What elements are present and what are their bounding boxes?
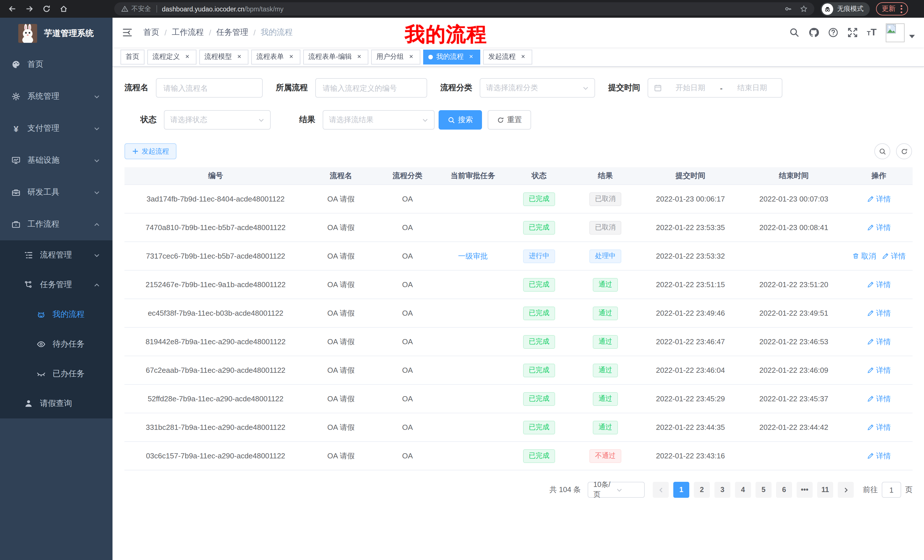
refresh-table-button[interactable] (896, 143, 912, 159)
reset-button[interactable]: 重置 (488, 110, 531, 130)
submit-time-range-picker[interactable]: 开始日期 - 结束日期 (648, 78, 782, 97)
process-definition-input[interactable] (315, 78, 427, 97)
detail-link[interactable]: 详情 (867, 279, 891, 290)
more-pages-button[interactable]: ••• (796, 482, 813, 498)
close-icon[interactable]: × (407, 53, 415, 61)
incognito-badge: 无痕模式 (820, 2, 870, 16)
sidebar-item-devtools[interactable]: 研发工具 (0, 177, 112, 208)
close-icon[interactable]: × (519, 53, 527, 61)
flow-nodes-icon (24, 280, 33, 289)
sidebar-item-infrastructure[interactable]: 基础设施 (0, 144, 112, 177)
tab-process-form-edit[interactable]: 流程表单-编辑× (303, 49, 368, 64)
current-task-link[interactable]: 一级审批 (458, 251, 488, 261)
tab-my-process[interactable]: 我的流程× (423, 49, 480, 64)
status-badge: 已完成 (523, 421, 555, 434)
forward-button[interactable] (22, 1, 36, 16)
back-button[interactable] (4, 1, 20, 16)
update-label: 更新 (882, 4, 896, 14)
detail-link[interactable]: 详情 (867, 451, 891, 461)
start-process-button[interactable]: 发起流程 (124, 143, 177, 159)
result-badge: 不通过 (590, 449, 621, 463)
sidebar-item-task-mgmt[interactable]: 任务管理 (0, 270, 112, 300)
detail-link[interactable]: 详情 (867, 222, 891, 233)
tab-process-definition[interactable]: 流程定义× (147, 49, 196, 64)
breadcrumb-task-mgmt[interactable]: 任务管理 (216, 27, 248, 38)
password-key-icon[interactable] (784, 5, 792, 13)
page-button-1[interactable]: 1 (673, 482, 689, 498)
sidebar-item-leave-query[interactable]: 请假查询 (0, 389, 112, 418)
avatar[interactable] (886, 23, 904, 42)
cancel-link[interactable]: 取消 (852, 251, 876, 261)
close-icon[interactable]: × (235, 53, 243, 61)
edit-icon (867, 452, 874, 460)
close-icon[interactable]: × (355, 53, 363, 61)
detail-link[interactable]: 详情 (867, 394, 891, 404)
sidebar-item-todo-tasks[interactable]: 待办任务 (0, 329, 112, 359)
tab-process-model[interactable]: 流程模型× (199, 49, 248, 64)
goto-page-input[interactable] (882, 482, 901, 498)
sidebar-toggle-icon[interactable] (122, 27, 133, 38)
page-button-6[interactable]: 6 (776, 482, 792, 498)
table-row: 7470a810-7b9b-11ec-b5b7-acde48001122 OA … (124, 213, 913, 241)
sidebar-item-payment[interactable]: ¥ 支付管理 (0, 112, 112, 144)
refresh-icon (497, 116, 504, 124)
edit-icon (867, 281, 874, 288)
detail-link[interactable]: 详情 (867, 422, 891, 433)
table-row: 03c6c157-7b9a-11ec-a290-acde48001122 OA … (124, 441, 913, 470)
page-content: 流程名 所属流程 流程分类 请选择流程分类 (112, 67, 924, 560)
address-bar[interactable]: 不安全 dashboard.yudao.iocoder.cn/bpm/task/… (114, 2, 814, 15)
detail-link[interactable]: 详情 (882, 251, 906, 261)
category-select[interactable]: 请选择流程分类 (480, 78, 595, 97)
detail-link[interactable]: 详情 (867, 308, 891, 318)
search-icon (879, 148, 886, 155)
status-select[interactable]: 请选择状态 (164, 110, 271, 130)
search-icon[interactable] (789, 27, 800, 38)
detail-link[interactable]: 详情 (867, 337, 891, 347)
close-icon[interactable]: × (467, 53, 475, 61)
sidebar-item-system[interactable]: 系统管理 (0, 81, 112, 112)
avatar-dropdown-caret[interactable] (909, 35, 915, 38)
page-button-5[interactable]: 5 (756, 482, 771, 498)
detail-link[interactable]: 详情 (867, 365, 891, 375)
tab-start-process[interactable]: 发起流程× (483, 49, 532, 64)
sidebar-item-my-process[interactable]: 我的流程 (0, 300, 112, 329)
page-button-3[interactable]: 3 (714, 482, 730, 498)
breadcrumb-workflow[interactable]: 工作流程 (172, 27, 204, 38)
sidebar-item-process-mgmt[interactable]: 流程管理 (0, 240, 112, 270)
chevron-down-icon (582, 85, 589, 91)
reload-button[interactable] (39, 1, 54, 16)
workflow-submenu: 流程管理 任务管理 我的流程 待办任务 已办 (0, 240, 112, 418)
chrome-update-button[interactable]: 更新 (876, 2, 908, 15)
breadcrumb-home[interactable]: 首页 (143, 27, 159, 38)
page-button-2[interactable]: 2 (694, 482, 710, 498)
home-button[interactable] (56, 1, 71, 16)
page-size-select[interactable]: 10条/页 (588, 482, 645, 498)
fullscreen-icon[interactable] (848, 27, 858, 38)
font-size-icon[interactable]: TT (867, 27, 877, 38)
close-icon[interactable]: × (183, 53, 191, 61)
next-page-button[interactable] (838, 482, 854, 498)
close-icon[interactable]: × (287, 53, 295, 61)
warning-icon (121, 5, 129, 13)
process-name-input[interactable] (156, 78, 263, 97)
page-button-11[interactable]: 11 (817, 482, 833, 498)
toggle-search-button[interactable] (874, 143, 890, 159)
result-badge: 通过 (593, 363, 618, 377)
browser-menu-icon[interactable] (901, 5, 902, 13)
filter-label-definition: 所属流程 (276, 83, 308, 93)
tab-home[interactable]: 首页 (120, 49, 144, 64)
bookmark-star-icon[interactable] (800, 5, 807, 13)
tab-process-form[interactable]: 流程表单× (251, 49, 300, 64)
tab-user-group[interactable]: 用户分组× (371, 49, 420, 64)
sidebar-item-home[interactable]: 首页 (0, 48, 112, 81)
prev-page-button[interactable] (653, 482, 669, 498)
result-select[interactable]: 请选择流结果 (322, 110, 435, 130)
detail-link[interactable]: 详情 (867, 194, 891, 204)
page-button-4[interactable]: 4 (735, 482, 751, 498)
sidebar-item-done-tasks[interactable]: 已办任务 (0, 359, 112, 389)
search-button[interactable]: 搜索 (439, 110, 482, 130)
github-icon[interactable] (808, 27, 819, 38)
sidebar-item-workflow[interactable]: 工作流程 (0, 208, 112, 240)
browser-toolbar: 不安全 dashboard.yudao.iocoder.cn/bpm/task/… (0, 0, 924, 18)
help-icon[interactable] (828, 27, 838, 38)
